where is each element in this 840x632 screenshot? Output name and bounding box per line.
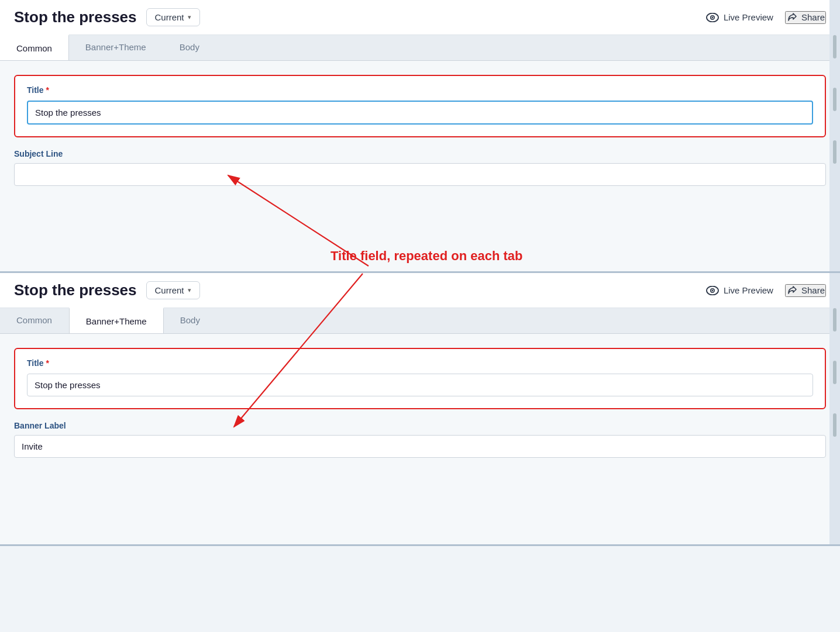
title-field-group-top: Title *	[14, 75, 826, 137]
header-actions-bottom: Live Preview Share	[706, 284, 826, 297]
share-icon-bottom	[786, 285, 797, 296]
tab-banner-theme-bottom[interactable]: Banner+Theme	[69, 308, 164, 333]
title-label-bottom: Title *	[27, 358, 813, 368]
share-button-bottom[interactable]: Share	[785, 284, 826, 297]
banner-input-bottom[interactable]	[14, 435, 826, 458]
tabs-bar-top: Common Banner+Theme Body	[0, 35, 840, 61]
svg-point-5	[712, 289, 714, 291]
share-button-top[interactable]: Share	[785, 11, 826, 24]
sidebar-mark-2	[833, 88, 836, 111]
eye-icon-bottom	[706, 286, 719, 295]
banner-field-group-bottom: Banner Label	[14, 421, 826, 458]
sidebar-mark-5	[833, 361, 836, 384]
sidebar-mark-1	[833, 35, 836, 58]
sidebar-mark-6	[833, 413, 836, 437]
tab-body-bottom[interactable]: Body	[164, 308, 217, 333]
right-sidebar-top	[829, 0, 840, 271]
tab-common-top[interactable]: Common	[0, 34, 69, 60]
title-input-bottom[interactable]	[27, 374, 813, 396]
live-preview-button-top[interactable]: Live Preview	[706, 12, 773, 22]
banner-label-bottom: Banner Label	[14, 421, 826, 430]
sidebar-mark-3	[833, 140, 836, 164]
tab-common-bottom[interactable]: Common	[0, 308, 69, 333]
tab-banner-theme-top[interactable]: Banner+Theme	[69, 35, 163, 60]
tab-body-top[interactable]: Body	[163, 35, 216, 60]
subject-label-top: Subject Line	[14, 149, 826, 158]
subject-field-group-top: Subject Line	[14, 149, 826, 186]
title-field-group-bottom: Title *	[14, 348, 826, 409]
header-actions-top: Live Preview Share	[706, 11, 826, 24]
live-preview-button-bottom[interactable]: Live Preview	[706, 285, 773, 295]
share-icon-top	[786, 12, 797, 23]
eye-icon-top	[706, 13, 719, 22]
right-sidebar-bottom	[829, 273, 840, 544]
top-panel: Stop the presses Current ▾ Live Preview	[0, 0, 840, 273]
version-dropdown-bottom[interactable]: Current ▾	[146, 281, 200, 299]
title-label-top: Title *	[27, 85, 813, 95]
page-title-bottom: Stop the presses	[14, 281, 137, 299]
title-input-top[interactable]	[27, 101, 813, 125]
chevron-down-icon: ▾	[188, 13, 191, 21]
tabs-bar-bottom: Common Banner+Theme Body	[0, 308, 840, 334]
required-indicator-top: *	[46, 85, 49, 95]
app-container: Stop the presses Current ▾ Live Preview	[0, 0, 840, 546]
required-indicator-bottom: *	[46, 358, 49, 368]
sidebar-mark-4	[833, 308, 836, 331]
bottom-panel-content: Title * Banner Label	[0, 334, 840, 544]
version-dropdown-top[interactable]: Current ▾	[146, 8, 200, 26]
page-title-top: Stop the presses	[14, 8, 137, 26]
svg-point-2	[712, 16, 714, 18]
top-panel-content: Title * Subject Line	[0, 61, 840, 271]
top-panel-header: Stop the presses Current ▾ Live Preview	[0, 0, 840, 35]
bottom-panel-header: Stop the presses Current ▾ Live Preview	[0, 273, 840, 308]
chevron-down-icon-bottom: ▾	[188, 286, 191, 294]
bottom-panel: Stop the presses Current ▾ Live Preview	[0, 273, 840, 546]
subject-input-top[interactable]	[14, 163, 826, 186]
